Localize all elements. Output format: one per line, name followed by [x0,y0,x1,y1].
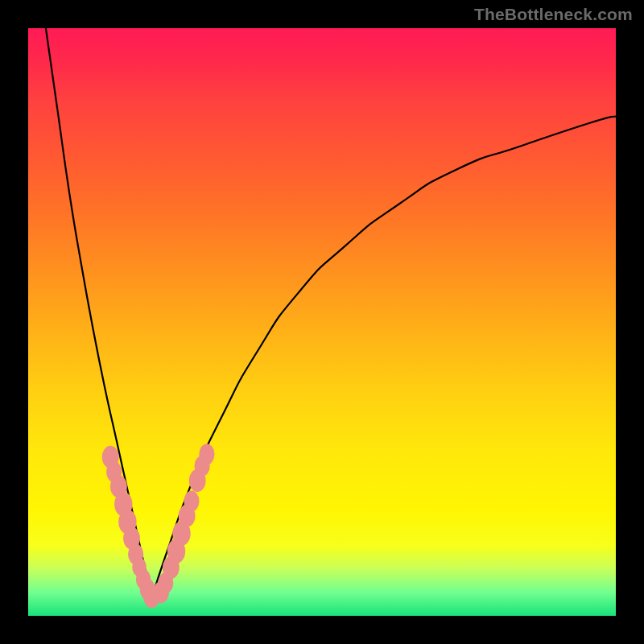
plot-area [28,28,616,616]
bead-marker [184,491,199,512]
watermark-text: TheBottleneck.com [474,5,633,24]
chart-frame: TheBottleneck.com [0,0,644,644]
curve-right-branch [151,117,616,599]
marker-cluster [102,444,215,608]
curve-layer [28,28,616,616]
curve-left-branch [46,28,151,598]
bead-marker [199,444,214,464]
